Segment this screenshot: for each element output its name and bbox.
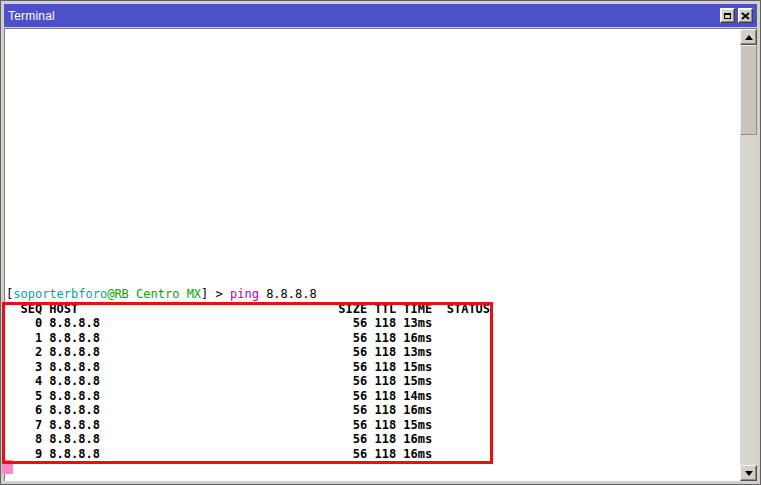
terminal-output-area: [soporterbforo@RB Centro MX] > ping 8.8.… [6, 287, 490, 462]
scroll-down-button[interactable] [740, 465, 757, 481]
prompt-caret: ] > [201, 287, 230, 301]
prompt-username: soporterbforo [13, 287, 107, 301]
vertical-scrollbar[interactable] [740, 29, 757, 481]
prompt-command: ping [230, 287, 259, 301]
scroll-up-button[interactable] [740, 29, 757, 45]
prompt-router-identity: RB Centro MX [114, 287, 201, 301]
scrollbar-thumb[interactable] [740, 45, 757, 135]
restore-icon [724, 13, 731, 19]
close-icon [741, 12, 750, 20]
close-button[interactable] [738, 8, 753, 23]
arrow-up-icon [745, 35, 753, 40]
titlebar[interactable]: Terminal [4, 4, 757, 27]
prompt-argument: 8.8.8.8 [259, 287, 317, 301]
terminal-window: Terminal [soporterbforo@RB Centro MX] > … [0, 0, 761, 485]
prompt-line: [soporterbforo@RB Centro MX] > ping 8.8.… [6, 287, 317, 301]
scrollbar-track[interactable] [740, 45, 757, 465]
titlebar-buttons [720, 8, 753, 23]
terminal-console[interactable]: [soporterbforo@RB Centro MX] > ping 8.8.… [4, 28, 757, 481]
ping-output: SEQ HOST SIZE TTL TIME STATUS 0 8.8.8.8 … [6, 302, 490, 461]
window-title: Terminal [8, 9, 55, 23]
restore-button[interactable] [720, 8, 735, 23]
arrow-down-icon [745, 471, 753, 476]
